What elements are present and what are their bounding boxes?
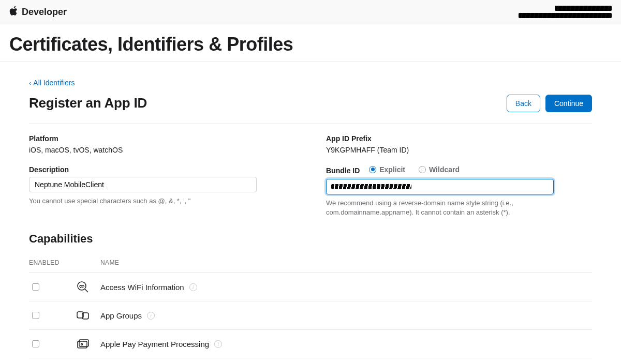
capability-checkbox[interactable]: [32, 283, 39, 291]
brand-label: Developer: [22, 7, 67, 18]
capability-checkbox[interactable]: [32, 312, 39, 319]
top-bar: Developer: [0, 0, 621, 24]
back-button[interactable]: Back: [507, 95, 540, 112]
info-icon[interactable]: i: [189, 283, 197, 291]
account-team-redacted: [519, 13, 612, 18]
bundle-help: We recommend using a reverse-domain name…: [326, 199, 554, 218]
bundle-radio-wildcard[interactable]: Wildcard: [419, 165, 460, 174]
form-right-column: App ID Prefix Y9KGPMHAFF (Team ID) Bundl…: [326, 134, 592, 218]
form-left-column: Platform iOS, macOS, tvOS, watchOS Descr…: [29, 134, 295, 218]
page-title-wrap: Certificates, Identifiers & Profiles: [0, 24, 621, 62]
brand[interactable]: Developer: [9, 6, 67, 19]
col-name-label: NAME: [100, 259, 592, 266]
bundle-label-row: Bundle ID Explicit Wildcard: [326, 165, 592, 175]
apple-logo-icon: [9, 6, 18, 19]
bundle-radio-explicit[interactable]: Explicit: [369, 165, 405, 174]
bundle-label: Bundle ID: [326, 166, 360, 175]
chevron-left-icon: ‹: [29, 79, 31, 87]
col-enabled-label: ENABLED: [29, 259, 76, 266]
capability-name: Access WiFi Information: [100, 283, 184, 292]
app-groups-icon: [76, 308, 90, 323]
capability-row: Associated Domains i: [29, 358, 592, 364]
platform-value: iOS, macOS, tvOS, watchOS: [29, 146, 295, 154]
sub-title: Register an App ID: [29, 95, 147, 111]
info-icon[interactable]: i: [214, 340, 222, 348]
back-to-identifiers-link[interactable]: ‹ All Identifiers: [29, 79, 75, 87]
bundle-id-input[interactable]: [326, 179, 554, 194]
svg-point-0: [78, 282, 86, 290]
action-buttons: Back Continue: [507, 95, 592, 112]
capabilities-section: Capabilities ENABLED NAME Access WiFi In…: [29, 232, 592, 364]
continue-button[interactable]: Continue: [545, 95, 592, 112]
account-info: [519, 6, 612, 18]
svg-line-1: [85, 289, 88, 292]
radio-dot-icon: [369, 166, 376, 173]
capability-name: App Groups: [100, 311, 142, 320]
platform-label: Platform: [29, 134, 295, 143]
capability-checkbox[interactable]: [32, 340, 39, 347]
sub-header: Register an App ID Back Continue: [29, 95, 592, 124]
appid-prefix-value: Y9KGPMHAFF (Team ID): [326, 146, 592, 154]
capability-name: Apple Pay Payment Processing: [100, 340, 209, 348]
appid-prefix-label: App ID Prefix: [326, 134, 592, 143]
capability-row: Access WiFi Information i: [29, 273, 592, 301]
capabilities-header-row: ENABLED NAME: [29, 259, 592, 273]
capabilities-title: Capabilities: [29, 232, 592, 246]
apple-pay-card-icon: [76, 337, 90, 351]
description-input[interactable]: [29, 177, 257, 192]
form-grid: Platform iOS, macOS, tvOS, watchOS Descr…: [29, 134, 592, 218]
description-help: You cannot use special characters such a…: [29, 196, 257, 206]
info-icon[interactable]: i: [147, 312, 155, 320]
account-name-redacted: [555, 6, 612, 11]
page-title: Certificates, Identifiers & Profiles: [9, 34, 612, 55]
back-link-label: All Identifiers: [33, 79, 75, 87]
description-label: Description: [29, 165, 295, 174]
bundle-input-wrap: [326, 179, 554, 194]
capability-row: Apple Pay Payment Processing i: [29, 330, 592, 358]
capability-row: App Groups i: [29, 301, 592, 330]
radio-dot-icon: [419, 166, 426, 173]
wifi-search-icon: [76, 280, 90, 294]
svg-point-6: [81, 344, 83, 345]
